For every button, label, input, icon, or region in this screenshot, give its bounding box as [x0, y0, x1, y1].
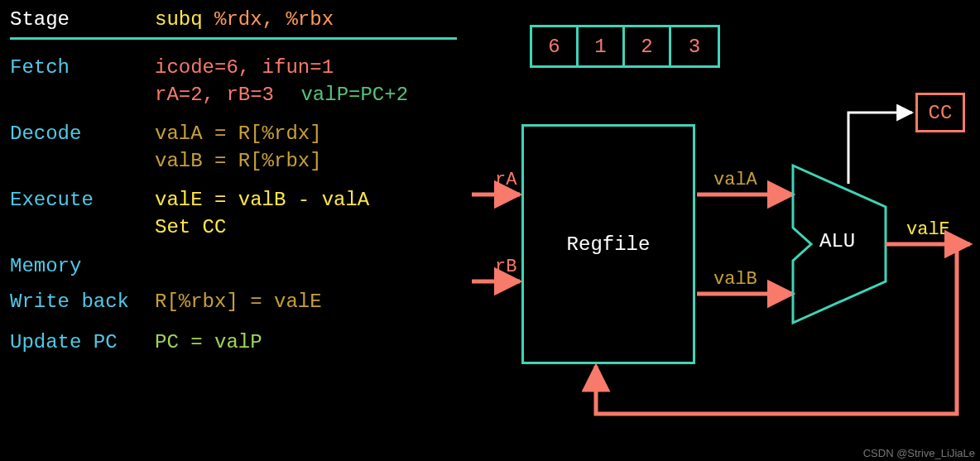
byte-cell: 3 [671, 27, 718, 65]
execute-label: Execute [10, 189, 155, 211]
instruction-bytes: 6 1 2 3 [530, 25, 720, 68]
updatepc-expr: PC = valP [155, 331, 457, 353]
writeback-row: Write back R[%rbx] = valE [10, 291, 457, 318]
fetch-label: Fetch [10, 56, 155, 79]
byte-cell: 2 [625, 27, 671, 65]
writeback-expr: R[%rbx] = valE [155, 291, 457, 313]
execute-vale: valE = valB - valA [155, 189, 457, 211]
alu-label: ALU [819, 230, 855, 252]
signal-valE: valE [906, 219, 950, 240]
execute-row: Execute valE = valB - valA Set CC [10, 189, 457, 243]
signal-rB: rB [495, 257, 516, 277]
fetch-row: Fetch icode=6, ifun=1 rA=2, rB=3 valP=PC… [10, 56, 457, 111]
instruction-stages-table: Stage subq %rdx, %rbx Fetch icode=6, ifu… [10, 8, 457, 370]
regfile-box: Regfile [521, 124, 695, 364]
arrow-to-cc [848, 113, 912, 184]
stage-header: Stage [10, 8, 155, 31]
signal-valB: valB [713, 269, 757, 290]
datapath-diagram: 6 1 2 3 CC Regfile ALU rA rB valA valB v… [472, 0, 980, 461]
writeback-label: Write back [10, 291, 155, 313]
decode-valb: valB = R[%rbx] [155, 150, 457, 172]
table-header: Stage subq %rdx, %rbx [10, 8, 457, 40]
fetch-valp: valP=PC+2 [300, 84, 408, 106]
byte-cell: 1 [579, 27, 625, 65]
regfile-label: Regfile [567, 233, 651, 256]
decode-label: Decode [10, 122, 155, 145]
instruction-operands: %rdx, %rbx [214, 8, 334, 31]
instruction-header: subq %rdx, %rbx [155, 8, 457, 31]
decode-vala: valA = R[%rdx] [155, 122, 457, 145]
execute-setcc: Set CC [155, 216, 457, 238]
memory-row: Memory [10, 255, 457, 277]
updatepc-label: Update PC [10, 331, 155, 353]
fetch-icode-ifun: icode=6, ifun=1 [155, 56, 457, 79]
memory-label: Memory [10, 255, 155, 277]
byte-cell: 6 [532, 27, 579, 65]
signal-rA: rA [495, 170, 516, 190]
instruction-mnemonic: subq [155, 8, 214, 31]
cc-label: CC [929, 102, 953, 124]
cc-box: CC [915, 93, 965, 132]
fetch-ra-rb: rA=2, rB=3 [155, 84, 274, 106]
fetch-registers-line: rA=2, rB=3 valP=PC+2 [155, 84, 457, 106]
decode-row: Decode valA = R[%rdx] valB = R[%rbx] [10, 122, 457, 177]
updatepc-row: Update PC PC = valP [10, 331, 457, 358]
signal-valA: valA [713, 170, 757, 190]
watermark: CSDN @Strive_LiJiaLe [863, 447, 975, 459]
